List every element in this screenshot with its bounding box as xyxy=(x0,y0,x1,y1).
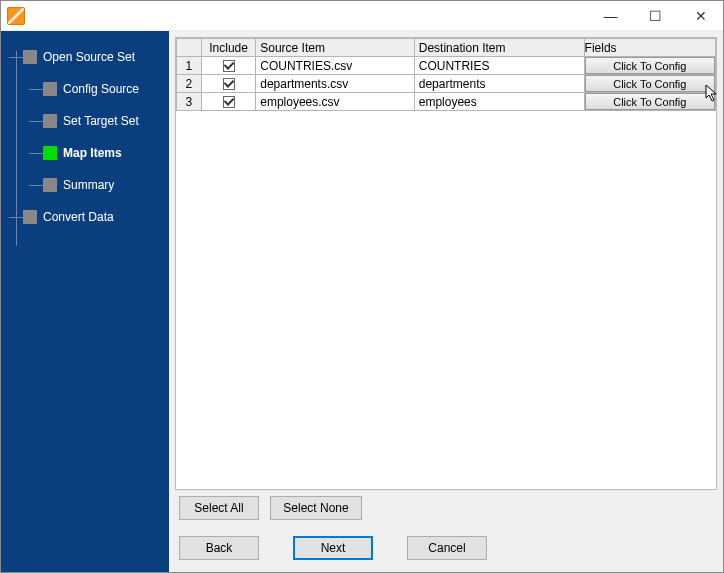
step-box-icon xyxy=(43,146,57,160)
wizard-sidebar: Open Source SetConfig SourceSet Target S… xyxy=(1,31,169,572)
next-button[interactable]: Next xyxy=(293,536,373,560)
col-header-fields[interactable]: Fields xyxy=(584,39,715,57)
destination-item-cell[interactable]: COUNTRIES xyxy=(414,57,584,75)
col-header-rownum[interactable] xyxy=(177,39,202,57)
step-label: Set Target Set xyxy=(63,114,139,128)
title-bar: — ☐ ✕ xyxy=(1,1,723,31)
step-box-icon xyxy=(23,50,37,64)
select-all-button[interactable]: Select All xyxy=(179,496,259,520)
row-number: 2 xyxy=(177,75,202,93)
wizard-step-set-target-set[interactable]: Set Target Set xyxy=(1,105,169,137)
cancel-button[interactable]: Cancel xyxy=(407,536,487,560)
checkbox-icon[interactable] xyxy=(223,96,235,108)
click-to-config-button[interactable]: Click To Config xyxy=(585,93,715,110)
source-item-cell[interactable]: employees.csv xyxy=(256,93,415,111)
checkbox-icon[interactable] xyxy=(223,78,235,90)
selection-toolbar: Select All Select None xyxy=(175,490,717,526)
step-label: Config Source xyxy=(63,82,139,96)
step-box-icon xyxy=(43,82,57,96)
table-row[interactable]: 1COUNTRIES.csvCOUNTRIESClick To Config xyxy=(177,57,716,75)
main-panel: Include Source Item Destination Item Fie… xyxy=(169,31,723,572)
back-button[interactable]: Back xyxy=(179,536,259,560)
wizard-step-convert-data[interactable]: Convert Data xyxy=(1,201,169,233)
wizard-step-config-source[interactable]: Config Source xyxy=(1,73,169,105)
col-header-include[interactable]: Include xyxy=(201,39,255,57)
row-number: 1 xyxy=(177,57,202,75)
step-label: Convert Data xyxy=(43,210,114,224)
minimize-button[interactable]: — xyxy=(588,2,633,30)
step-label: Map Items xyxy=(63,146,122,160)
wizard-nav: Back Next Cancel xyxy=(175,526,717,566)
fields-cell: Click To Config xyxy=(584,93,715,111)
step-box-icon xyxy=(43,114,57,128)
step-box-icon xyxy=(23,210,37,224)
table-row[interactable]: 2departments.csvdepartmentsClick To Conf… xyxy=(177,75,716,93)
checkbox-icon[interactable] xyxy=(223,60,235,72)
click-to-config-button[interactable]: Click To Config xyxy=(585,75,715,92)
app-icon xyxy=(7,7,25,25)
col-header-dest[interactable]: Destination Item xyxy=(414,39,584,57)
fields-cell: Click To Config xyxy=(584,57,715,75)
destination-item-cell[interactable]: employees xyxy=(414,93,584,111)
step-label: Summary xyxy=(63,178,114,192)
map-items-grid[interactable]: Include Source Item Destination Item Fie… xyxy=(175,37,717,490)
click-to-config-button[interactable]: Click To Config xyxy=(585,57,715,74)
wizard-step-summary[interactable]: Summary xyxy=(1,169,169,201)
source-item-cell[interactable]: departments.csv xyxy=(256,75,415,93)
step-box-icon xyxy=(43,178,57,192)
fields-cell: Click To Config xyxy=(584,75,715,93)
destination-item-cell[interactable]: departments xyxy=(414,75,584,93)
row-number: 3 xyxy=(177,93,202,111)
include-cell[interactable] xyxy=(201,93,255,111)
maximize-button[interactable]: ☐ xyxy=(633,2,678,30)
table-row[interactable]: 3employees.csvemployeesClick To Config xyxy=(177,93,716,111)
include-cell[interactable] xyxy=(201,57,255,75)
step-label: Open Source Set xyxy=(43,50,135,64)
col-header-source[interactable]: Source Item xyxy=(256,39,415,57)
select-none-button[interactable]: Select None xyxy=(270,496,361,520)
include-cell[interactable] xyxy=(201,75,255,93)
wizard-step-map-items[interactable]: Map Items xyxy=(1,137,169,169)
close-button[interactable]: ✕ xyxy=(678,2,723,30)
wizard-step-open-source-set[interactable]: Open Source Set xyxy=(1,41,169,73)
source-item-cell[interactable]: COUNTRIES.csv xyxy=(256,57,415,75)
